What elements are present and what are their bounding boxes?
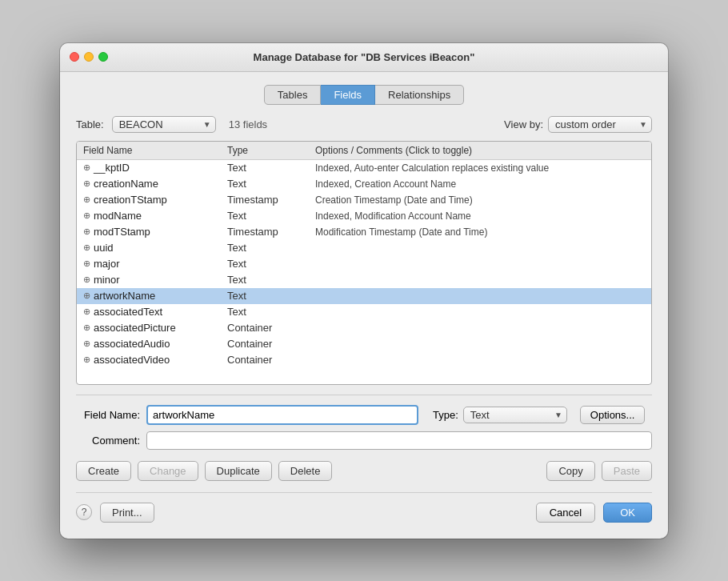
copy-button[interactable]: Copy (546, 461, 594, 481)
field-count: 13 fields (229, 118, 496, 130)
field-name-input[interactable] (146, 405, 418, 425)
field-options-cell: Indexed, Auto-enter Calculation replaces… (315, 162, 645, 174)
paste-button[interactable]: Paste (602, 461, 652, 481)
field-name-text: associatedText (94, 306, 162, 318)
field-type-cell: Text (227, 210, 315, 222)
col-header-name: Field Name (83, 145, 227, 156)
tab-fields[interactable]: Fields (321, 85, 375, 105)
field-type-cell: Text (227, 162, 315, 174)
table-row[interactable]: ⊕ associatedText Text (77, 304, 651, 320)
viewby-label: View by: (504, 118, 543, 130)
comment-row: Comment: (76, 431, 652, 450)
create-button[interactable]: Create (76, 461, 131, 481)
type-label: Type: (433, 409, 458, 421)
row-drag-icon: ⊕ (83, 307, 90, 317)
row-drag-icon: ⊕ (83, 178, 90, 189)
field-type-cell: Container (227, 322, 315, 334)
table-row[interactable]: ⊕ associatedAudio Container (77, 336, 651, 352)
row-drag-icon: ⊕ (83, 162, 90, 173)
table-row[interactable]: ⊕ uuid Text (77, 240, 651, 256)
table-row[interactable]: ⊕ modName Text Indexed, Modification Acc… (77, 208, 651, 224)
footer-row: ? Print... Cancel OK (76, 492, 652, 523)
field-type-cell: Text (227, 290, 315, 302)
table-row[interactable]: ⊕ modTStamp Timestamp Modification Times… (77, 224, 651, 240)
row-drag-icon: ⊕ (83, 194, 90, 205)
maximize-button[interactable] (98, 52, 108, 62)
field-name-text: modTStamp (94, 226, 150, 238)
field-name-text: uuid (94, 242, 114, 254)
window-title: Manage Database for "DB Services iBeacon… (254, 51, 475, 63)
field-type-cell: Container (227, 354, 315, 366)
field-options-cell: Indexed, Modification Account Name (315, 210, 645, 222)
field-editor: Field Name: Type: Text Number Date Time … (76, 395, 652, 481)
field-type-cell: Timestamp (227, 194, 315, 206)
field-type-cell: Text (227, 178, 315, 190)
content-area: Tables Fields Relationships Table: BEACO… (60, 72, 668, 539)
field-name-cell: ⊕ associatedVideo (83, 354, 227, 366)
field-type-cell: Text (227, 242, 315, 254)
traffic-lights (70, 52, 108, 62)
table-select[interactable]: BEACON (112, 116, 216, 133)
table-select-wrapper[interactable]: BEACON ▼ (112, 116, 216, 133)
table-row[interactable]: ⊕ associatedPicture Container (77, 320, 651, 336)
field-name-cell: ⊕ modName (83, 210, 227, 222)
field-name-cell: ⊕ artworkName (83, 290, 227, 302)
row-drag-icon: ⊕ (83, 290, 90, 301)
field-name-cell: ⊕ associatedPicture (83, 322, 227, 334)
field-type-cell: Text (227, 306, 315, 318)
copy-paste-group: Copy Paste (546, 461, 652, 481)
col-header-type: Type (227, 145, 315, 156)
action-buttons-row: Create Change Duplicate Delete Copy Past… (76, 461, 652, 481)
options-button[interactable]: Options... (580, 406, 646, 424)
table-row[interactable]: ⊕ artworkName Text (77, 288, 651, 304)
field-name-cell: ⊕ major (83, 258, 227, 270)
field-name-cell: ⊕ __kptID (83, 162, 227, 174)
viewby-section: View by: custom order ▼ (504, 116, 652, 133)
cancel-button[interactable]: Cancel (536, 503, 595, 523)
table-row[interactable]: ⊕ creationTStamp Timestamp Creation Time… (77, 192, 651, 208)
duplicate-button[interactable]: Duplicate (205, 461, 272, 481)
fields-table: Field Name Type Options / Comments (Clic… (76, 141, 652, 385)
col-header-options: Options / Comments (Click to toggle) (315, 145, 645, 156)
help-button[interactable]: ? (76, 504, 92, 520)
field-name-cell: ⊕ uuid (83, 242, 227, 254)
field-name-text: artworkName (94, 290, 155, 302)
field-name-text: creationTStamp (94, 194, 167, 206)
minimize-button[interactable] (84, 52, 94, 62)
field-name-text: associatedPicture (94, 322, 176, 334)
field-name-cell: ⊕ creationTStamp (83, 194, 227, 206)
footer-right: Cancel OK (536, 503, 652, 523)
field-name-row: Field Name: Type: Text Number Date Time … (76, 405, 652, 425)
print-button[interactable]: Print... (100, 503, 154, 523)
comment-input[interactable] (146, 431, 652, 450)
table-row[interactable]: ⊕ minor Text (77, 272, 651, 288)
tabs-row: Tables Fields Relationships (76, 85, 652, 105)
row-drag-icon: ⊕ (83, 323, 90, 333)
comment-label: Comment: (76, 435, 140, 447)
row-drag-icon: ⊕ (83, 242, 90, 253)
ok-button[interactable]: OK (603, 503, 652, 523)
table-body[interactable]: ⊕ __kptID Text Indexed, Auto-enter Calcu… (77, 160, 651, 384)
table-row[interactable]: ⊕ associatedVideo Container (77, 352, 651, 368)
tab-tables[interactable]: Tables (264, 85, 322, 105)
type-select-wrapper[interactable]: Text Number Date Time Timestamp Containe… (463, 407, 567, 423)
field-options-cell: Indexed, Creation Account Name (315, 178, 645, 190)
field-type-cell: Timestamp (227, 226, 315, 238)
type-select[interactable]: Text Number Date Time Timestamp Containe… (463, 407, 567, 423)
viewby-select-wrapper[interactable]: custom order ▼ (548, 116, 652, 133)
delete-button[interactable]: Delete (278, 461, 333, 481)
table-row[interactable]: ⊕ creationName Text Indexed, Creation Ac… (77, 176, 651, 192)
close-button[interactable] (70, 52, 79, 62)
change-button[interactable]: Change (138, 461, 198, 481)
tab-relationships[interactable]: Relationships (375, 85, 464, 105)
table-label: Table: (76, 118, 104, 130)
field-name-text: __kptID (94, 162, 130, 174)
field-options-cell: Creation Timestamp (Date and Time) (315, 194, 645, 206)
field-name-cell: ⊕ modTStamp (83, 226, 227, 238)
field-name-text: associatedAudio (94, 338, 170, 350)
table-row[interactable]: ⊕ major Text (77, 256, 651, 272)
viewby-select[interactable]: custom order (548, 116, 652, 133)
field-name-text: associatedVideo (94, 354, 170, 366)
field-name-cell: ⊕ minor (83, 274, 227, 286)
table-row[interactable]: ⊕ __kptID Text Indexed, Auto-enter Calcu… (77, 160, 651, 176)
